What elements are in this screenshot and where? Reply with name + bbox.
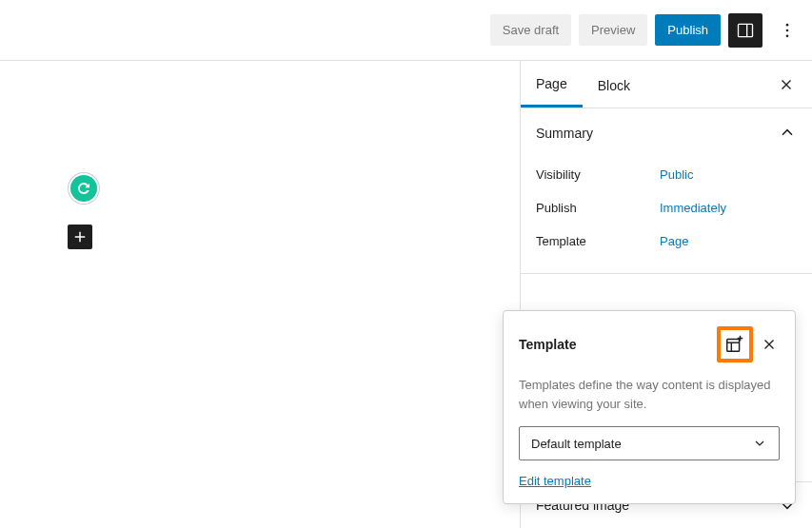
popover-title: Template bbox=[519, 337, 576, 352]
tab-block[interactable]: Block bbox=[583, 63, 645, 107]
summary-row-publish: Publish Immediately bbox=[536, 191, 797, 225]
template-select[interactable]: Default template bbox=[519, 426, 780, 460]
tab-page[interactable]: Page bbox=[521, 61, 583, 108]
close-icon bbox=[761, 336, 778, 353]
svg-point-4 bbox=[786, 34, 789, 37]
save-draft-button[interactable]: Save draft bbox=[490, 14, 571, 46]
popover-header: Template bbox=[519, 326, 780, 362]
svg-rect-0 bbox=[739, 24, 753, 36]
svg-point-3 bbox=[786, 29, 789, 31]
visibility-value[interactable]: Public bbox=[660, 167, 693, 182]
summary-title: Summary bbox=[536, 126, 593, 141]
popover-close-button[interactable] bbox=[759, 334, 780, 355]
close-sidebar-button[interactable] bbox=[772, 70, 801, 99]
summary-panel-toggle[interactable]: Summary bbox=[521, 108, 812, 158]
summary-panel: Summary Visibility Public Publish Immedi… bbox=[521, 108, 812, 274]
preview-button[interactable]: Preview bbox=[579, 14, 647, 46]
summary-row-template: Template Page bbox=[536, 225, 797, 258]
editor-canvas[interactable] bbox=[0, 61, 520, 528]
chevron-down-icon bbox=[752, 436, 767, 451]
new-template-highlight bbox=[717, 326, 753, 362]
plus-icon bbox=[71, 228, 89, 245]
grammarly-icon bbox=[76, 181, 91, 196]
new-template-button[interactable] bbox=[723, 332, 747, 357]
summary-body: Visibility Public Publish Immediately Te… bbox=[521, 158, 812, 273]
publish-label: Publish bbox=[536, 201, 660, 215]
grammarly-badge[interactable] bbox=[70, 175, 97, 202]
template-value[interactable]: Page bbox=[660, 234, 688, 248]
more-vertical-icon bbox=[778, 21, 797, 40]
popover-description: Templates define the way content is disp… bbox=[519, 376, 780, 413]
close-icon bbox=[778, 76, 795, 93]
settings-sidebar-toggle[interactable] bbox=[728, 13, 762, 48]
chevron-up-icon bbox=[778, 124, 797, 143]
summary-row-visibility: Visibility Public bbox=[536, 158, 797, 191]
publish-value[interactable]: Immediately bbox=[660, 201, 726, 215]
top-toolbar: Save draft Preview Publish bbox=[0, 0, 812, 61]
template-select-value: Default template bbox=[531, 437, 622, 451]
template-popover: Template Templates define the way conten… bbox=[503, 310, 796, 504]
svg-rect-5 bbox=[727, 340, 740, 352]
popover-actions bbox=[717, 326, 780, 362]
add-template-icon bbox=[724, 334, 745, 355]
sidebar-tabs: Page Block bbox=[521, 61, 812, 108]
publish-button[interactable]: Publish bbox=[655, 14, 721, 46]
edit-template-link[interactable]: Edit template bbox=[519, 474, 591, 488]
svg-point-2 bbox=[786, 23, 789, 26]
add-block-button[interactable] bbox=[68, 225, 92, 249]
more-options-button[interactable] bbox=[770, 13, 804, 48]
sidebar-icon bbox=[736, 21, 755, 40]
template-label: Template bbox=[536, 234, 660, 248]
visibility-label: Visibility bbox=[536, 167, 660, 182]
